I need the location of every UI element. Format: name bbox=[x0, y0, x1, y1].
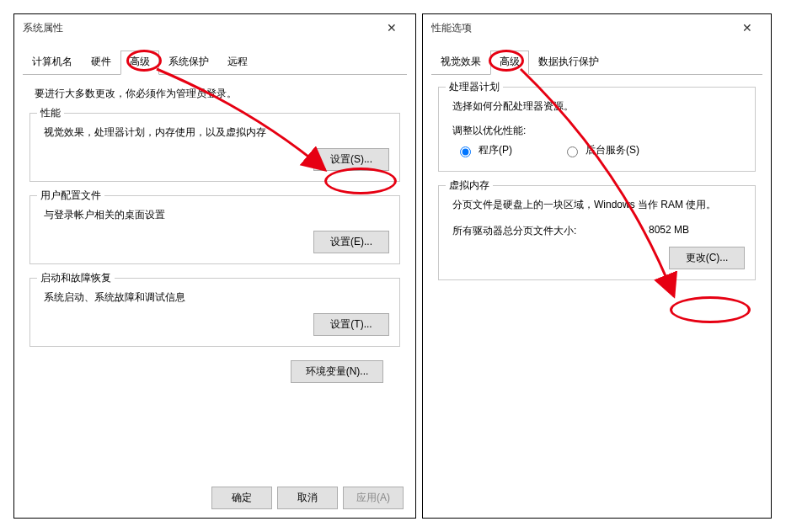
titlebar: 性能选项 ✕ bbox=[423, 14, 771, 41]
radio-background-input[interactable] bbox=[567, 146, 578, 157]
virtual-memory-title: 虚拟内存 bbox=[446, 178, 493, 193]
paging-total-label: 所有驱动器总分页文件大小: bbox=[452, 224, 649, 238]
tab-dep[interactable]: 数据执行保护 bbox=[529, 51, 608, 75]
system-properties-dialog: 系统属性 ✕ 计算机名 硬件 高级 系统保护 远程 要进行大多数更改，你必须作为… bbox=[13, 13, 416, 519]
dialog-buttons: 确定 取消 应用(A) bbox=[211, 487, 404, 509]
radio-programs-label: 程序(P) bbox=[479, 143, 512, 157]
user-profile-settings-button[interactable]: 设置(E)... bbox=[313, 231, 389, 253]
processor-scheduling-title: 处理器计划 bbox=[446, 80, 503, 94]
radio-background[interactable]: 后台服务(S) bbox=[563, 143, 639, 157]
processor-scheduling-desc: 选择如何分配处理器资源。 bbox=[452, 99, 745, 114]
startup-recovery-desc: 系统启动、系统故障和调试信息 bbox=[44, 290, 389, 305]
admin-notice: 要进行大多数更改，你必须作为管理员登录。 bbox=[35, 87, 400, 101]
tab-hardware[interactable]: 硬件 bbox=[82, 51, 120, 75]
radio-programs-input[interactable] bbox=[460, 146, 471, 157]
performance-settings-button[interactable]: 设置(S)... bbox=[313, 148, 389, 171]
tab-advanced[interactable]: 高级 bbox=[120, 51, 159, 75]
tab-remote[interactable]: 远程 bbox=[218, 51, 257, 75]
virtual-memory-group: 虚拟内存 分页文件是硬盘上的一块区域，Windows 当作 RAM 使用。 所有… bbox=[438, 185, 756, 280]
tab-computer-name[interactable]: 计算机名 bbox=[23, 51, 82, 75]
adjust-label: 调整以优化性能: bbox=[452, 124, 745, 138]
close-icon[interactable]: ✕ bbox=[730, 16, 764, 40]
performance-desc: 视觉效果，处理器计划，内存使用，以及虚拟内存 bbox=[44, 125, 389, 140]
tab-system-protection[interactable]: 系统保护 bbox=[159, 51, 218, 75]
tabs: 计算机名 硬件 高级 系统保护 远程 bbox=[23, 50, 407, 75]
virtual-memory-desc: 分页文件是硬盘上的一块区域，Windows 当作 RAM 使用。 bbox=[452, 198, 745, 212]
startup-recovery-settings-button[interactable]: 设置(T)... bbox=[313, 313, 389, 336]
user-profile-group: 用户配置文件 与登录帐户相关的桌面设置 设置(E)... bbox=[29, 195, 400, 264]
user-profile-title: 用户配置文件 bbox=[37, 189, 104, 203]
radio-background-label: 后台服务(S) bbox=[585, 143, 639, 157]
startup-recovery-group: 启动和故障恢复 系统启动、系统故障和调试信息 设置(T)... bbox=[29, 278, 400, 347]
environment-variables-button[interactable]: 环境变量(N)... bbox=[291, 360, 383, 383]
performance-title: 性能 bbox=[37, 106, 64, 120]
apply-button[interactable]: 应用(A) bbox=[343, 487, 404, 509]
startup-recovery-title: 启动和故障恢复 bbox=[37, 271, 115, 285]
ok-button[interactable]: 确定 bbox=[211, 487, 272, 509]
performance-group: 性能 视觉效果，处理器计划，内存使用，以及虚拟内存 设置(S)... bbox=[29, 113, 400, 182]
paging-total-value: 8052 MB bbox=[649, 224, 741, 238]
content-area: 要进行大多数更改，你必须作为管理员登录。 性能 视觉效果，处理器计划，内存使用，… bbox=[14, 75, 415, 398]
content-area: 处理器计划 选择如何分配处理器资源。 调整以优化性能: 程序(P) 后台服务(S… bbox=[423, 75, 771, 302]
radio-programs[interactable]: 程序(P) bbox=[456, 143, 512, 157]
user-profile-desc: 与登录帐户相关的桌面设置 bbox=[44, 208, 389, 222]
change-button[interactable]: 更改(C)... bbox=[669, 247, 745, 269]
titlebar: 系统属性 ✕ bbox=[14, 14, 415, 41]
tab-advanced[interactable]: 高级 bbox=[490, 51, 529, 75]
performance-options-dialog: 性能选项 ✕ 视觉效果 高级 数据执行保护 处理器计划 选择如何分配处理器资源。… bbox=[422, 13, 772, 519]
processor-scheduling-group: 处理器计划 选择如何分配处理器资源。 调整以优化性能: 程序(P) 后台服务(S… bbox=[438, 87, 756, 172]
cancel-button[interactable]: 取消 bbox=[277, 487, 338, 509]
dialog-title: 系统属性 bbox=[23, 21, 63, 35]
dialog-title: 性能选项 bbox=[431, 21, 472, 35]
tabs: 视觉效果 高级 数据执行保护 bbox=[431, 50, 762, 75]
tab-visual-effects[interactable]: 视觉效果 bbox=[431, 51, 490, 75]
close-icon[interactable]: ✕ bbox=[375, 16, 409, 40]
